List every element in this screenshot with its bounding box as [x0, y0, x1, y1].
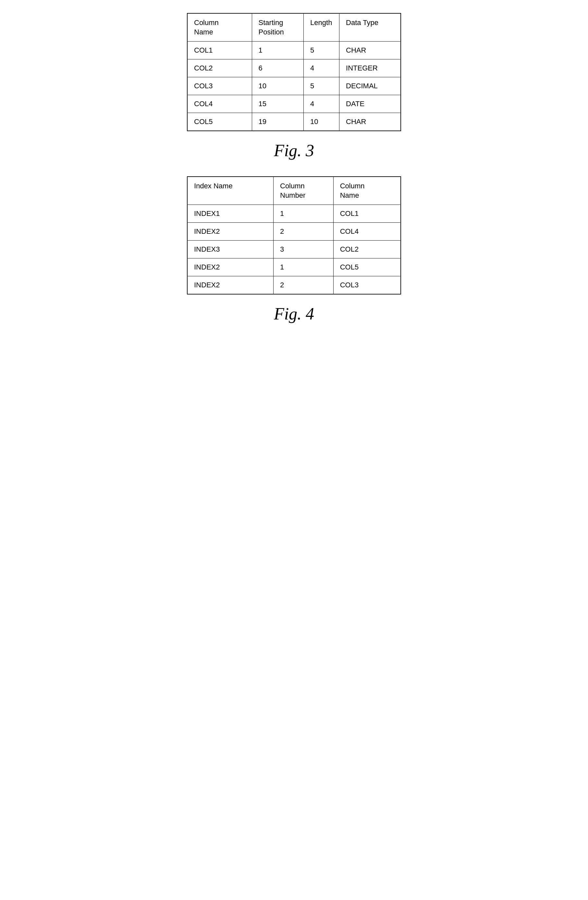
fig4-table: Index Name ColumnNumber ColumnName INDEX… [187, 176, 401, 295]
fig4-cell-4-0: INDEX2 [187, 276, 274, 295]
fig3-table-wrapper: ColumnName StartingPosition Length Data … [187, 13, 401, 131]
fig3-col2-header: StartingPosition [252, 13, 304, 42]
fig3-row-1: COL264INTEGER [187, 59, 401, 77]
fig3-cell-3-3: DATE [339, 95, 401, 113]
fig4-col3-header: ColumnName [333, 177, 401, 205]
fig4-cell-2-1: 3 [274, 241, 334, 258]
fig4-table-wrapper: Index Name ColumnNumber ColumnName INDEX… [187, 176, 401, 295]
fig3-col3-header: Length [304, 13, 339, 42]
fig3-row-4: COL51910CHAR [187, 113, 401, 131]
fig4-cell-0-1: 1 [274, 205, 334, 223]
fig3-cell-0-1: 1 [252, 42, 304, 59]
fig4-header-row: Index Name ColumnNumber ColumnName [187, 177, 401, 205]
fig3-table: ColumnName StartingPosition Length Data … [187, 13, 401, 131]
fig3-cell-3-1: 15 [252, 95, 304, 113]
fig3-cell-1-0: COL2 [187, 59, 252, 77]
fig3-row-3: COL4154DATE [187, 95, 401, 113]
fig3-row-0: COL115CHAR [187, 42, 401, 59]
fig3-cell-3-0: COL4 [187, 95, 252, 113]
fig3-cell-1-2: 4 [304, 59, 339, 77]
fig3-col4-header: Data Type [339, 13, 401, 42]
fig3-cell-4-0: COL5 [187, 113, 252, 131]
fig4-cell-3-0: INDEX2 [187, 258, 274, 276]
fig3-cell-1-1: 6 [252, 59, 304, 77]
fig4-col1-header: Index Name [187, 177, 274, 205]
fig3-cell-2-2: 5 [304, 77, 339, 95]
fig3-header-row: ColumnName StartingPosition Length Data … [187, 13, 401, 42]
fig3-cell-0-3: CHAR [339, 42, 401, 59]
fig4-cell-3-1: 1 [274, 258, 334, 276]
fig3-cell-0-2: 5 [304, 42, 339, 59]
fig4-row-2: INDEX33COL2 [187, 241, 401, 258]
fig4-cell-4-2: COL3 [333, 276, 401, 295]
fig4-row-4: INDEX22COL3 [187, 276, 401, 295]
fig3-cell-2-0: COL3 [187, 77, 252, 95]
fig3-cell-4-1: 19 [252, 113, 304, 131]
fig4-cell-1-0: INDEX2 [187, 223, 274, 241]
fig4-cell-2-2: COL2 [333, 241, 401, 258]
fig4-row-1: INDEX22COL4 [187, 223, 401, 241]
fig4-cell-1-1: 2 [274, 223, 334, 241]
fig3-row-2: COL3105DECIMAL [187, 77, 401, 95]
fig3-cell-1-3: INTEGER [339, 59, 401, 77]
fig4-cell-0-0: INDEX1 [187, 205, 274, 223]
fig3-cell-2-1: 10 [252, 77, 304, 95]
fig3-cell-0-0: COL1 [187, 42, 252, 59]
fig3-cell-4-3: CHAR [339, 113, 401, 131]
fig4-cell-0-2: COL1 [333, 205, 401, 223]
fig4-row-0: INDEX11COL1 [187, 205, 401, 223]
fig4-cell-3-2: COL5 [333, 258, 401, 276]
fig3-cell-4-2: 10 [304, 113, 339, 131]
fig4-col2-header: ColumnNumber [274, 177, 334, 205]
fig4-cell-2-0: INDEX3 [187, 241, 274, 258]
fig4-cell-4-1: 2 [274, 276, 334, 295]
page-container: ColumnName StartingPosition Length Data … [187, 13, 401, 340]
fig3-caption: Fig. 3 [274, 141, 314, 160]
fig4-cell-1-2: COL4 [333, 223, 401, 241]
fig3-cell-2-3: DECIMAL [339, 77, 401, 95]
fig4-row-3: INDEX21COL5 [187, 258, 401, 276]
fig4-caption: Fig. 4 [274, 304, 314, 323]
fig3-cell-3-2: 4 [304, 95, 339, 113]
fig3-col1-header: ColumnName [187, 13, 252, 42]
